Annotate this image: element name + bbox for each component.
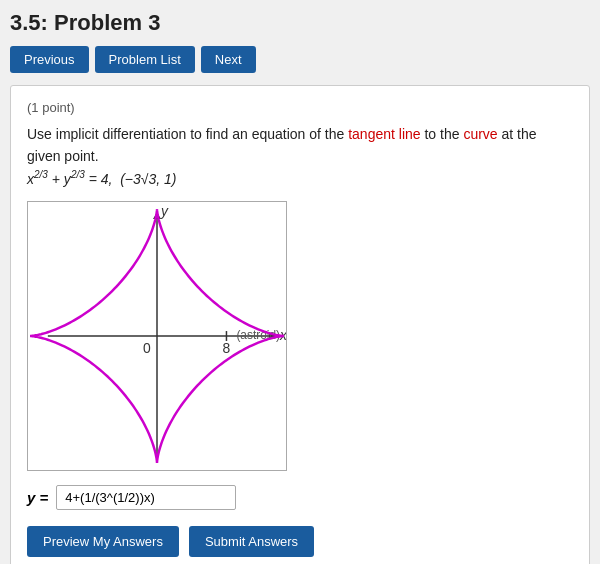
x-tick-8: 8 [222,340,230,356]
equation-display: x2/3 + y2/3 = 4, (−3√3, 1) [27,171,177,187]
graph-container: x y 0 8 (astroid) [27,201,287,471]
graph-svg: x y 0 8 (astroid) [28,202,286,470]
answer-input[interactable] [56,485,236,510]
navigation-bar: Previous Problem List Next [10,46,590,73]
answer-row: y = [27,485,573,510]
page-title: 3.5: Problem 3 [10,10,590,36]
problem-list-button[interactable]: Problem List [95,46,195,73]
submit-answers-button[interactable]: Submit Answers [189,526,314,557]
highlight-tangent: tangent line [348,126,420,142]
previous-button[interactable]: Previous [10,46,89,73]
bottom-buttons: Preview My Answers Submit Answers [27,526,573,557]
y-axis-label: y [160,203,169,219]
next-button[interactable]: Next [201,46,256,73]
points-label: (1 point) [27,100,573,115]
problem-box: (1 point) Use implicit differentiation t… [10,85,590,564]
problem-text-line1: Use implicit differentiation to find an … [27,126,537,164]
preview-answers-button[interactable]: Preview My Answers [27,526,179,557]
highlight-curve: curve [463,126,497,142]
answer-label: y = [27,489,48,506]
problem-description: Use implicit differentiation to find an … [27,123,573,191]
origin-label: 0 [143,340,151,356]
